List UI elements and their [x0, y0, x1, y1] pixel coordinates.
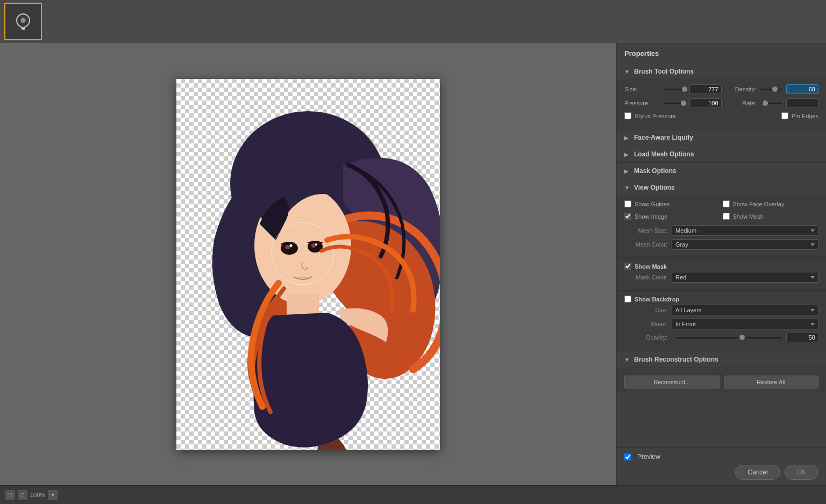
svg-point-9	[315, 243, 317, 246]
opacity-slider-thumb[interactable]	[739, 335, 745, 340]
show-image-checkbox[interactable]	[624, 213, 631, 220]
mesh-size-row: Mesh Size: Small Medium Large	[624, 225, 818, 236]
ok-button[interactable]: OK	[785, 465, 818, 480]
view-options-content: Show Guides Show Face Overlay Show Image	[617, 196, 826, 258]
show-backdrop-section: Show Backdrop Use: All Layers Current La…	[617, 291, 826, 351]
size-input[interactable]	[689, 84, 722, 94]
pin-edges-label: Pin Edges	[792, 113, 818, 119]
brush-reconstruct-title: Brush Reconstruct Options	[634, 356, 718, 363]
show-backdrop-row: Show Backdrop	[624, 296, 818, 303]
pressure-input[interactable]	[689, 98, 722, 108]
preview-row: Preview	[624, 453, 818, 460]
show-guides-checkbox[interactable]	[624, 200, 631, 207]
brush-tool-options-header[interactable]: Brush Tool Options	[617, 63, 826, 80]
mask-color-label: Mask Color:	[624, 274, 667, 280]
backdrop-use-row: Use: All Layers Current Layer	[624, 305, 818, 315]
load-mesh-header[interactable]: Load Mesh Options	[617, 146, 826, 163]
guides-face-overlay-row: Show Guides Show Face Overlay	[624, 200, 818, 210]
show-backdrop-checkbox[interactable]	[624, 296, 631, 303]
backdrop-mode-row: Mode: In Front Behind Blend	[624, 319, 818, 329]
mesh-color-row: Mesh Color: Red Green Blue Gray	[624, 239, 818, 250]
show-image-label: Show Image	[635, 213, 667, 220]
show-mask-row: Show Mask	[624, 263, 818, 270]
mesh-size-select[interactable]: Small Medium Large	[672, 225, 818, 236]
rate-slider[interactable]	[761, 103, 782, 104]
tool-icon-box[interactable]	[4, 3, 42, 40]
rate-slider-thumb[interactable]	[763, 100, 768, 106]
properties-panel: Properties Brush Tool Options Size: Dens…	[616, 43, 826, 485]
show-face-overlay-checkbox[interactable]	[723, 200, 730, 207]
preview-label: Preview	[637, 453, 660, 460]
pin-edges-row: Pin Edges	[723, 112, 819, 119]
mask-options-title: Mask Options	[634, 167, 677, 175]
show-mask-label: Show Mask	[635, 263, 667, 270]
svg-point-7	[311, 243, 316, 248]
brush-reconstruct-header[interactable]: Brush Reconstruct Options	[617, 351, 826, 368]
show-mesh-row: Show Mesh	[723, 213, 819, 220]
show-backdrop-label: Show Backdrop	[635, 296, 679, 303]
restore-all-button[interactable]: Restore All	[724, 376, 819, 388]
brush-tool-options-arrow	[624, 68, 631, 75]
reconstruct-button[interactable]: Reconstruct...	[624, 376, 720, 388]
size-slider[interactable]	[664, 89, 685, 90]
mask-options-header[interactable]: Mask Options	[617, 163, 826, 179]
view-options-header[interactable]: View Options	[617, 179, 826, 196]
opacity-input[interactable]	[786, 333, 818, 342]
image-mesh-row: Show Image Show Mesh	[624, 213, 818, 222]
backdrop-mode-label: Mode:	[624, 321, 667, 327]
rate-label: Rate:	[727, 100, 757, 106]
face-aware-title: Face-Aware Liquify	[634, 134, 693, 141]
view-options-arrow	[624, 184, 631, 191]
rate-input[interactable]	[786, 98, 818, 108]
main-content: Properties Brush Tool Options Size: Dens…	[0, 43, 826, 485]
view-options-title: View Options	[634, 184, 675, 191]
brush-tool-options-content: Size: Density: Pressure:	[617, 80, 826, 129]
show-mask-section: Show Mask Mask Color: Red Green Blue Gra…	[617, 258, 826, 291]
mesh-color-select[interactable]: Red Green Blue Gray	[672, 239, 818, 250]
face-aware-header[interactable]: Face-Aware Liquify	[617, 129, 826, 146]
density-slider[interactable]	[761, 89, 782, 90]
size-slider-thumb[interactable]	[682, 87, 687, 92]
canvas-area[interactable]	[0, 43, 616, 485]
stylus-pressure-checkbox[interactable]	[624, 112, 631, 119]
size-label: Size:	[624, 86, 659, 92]
show-face-overlay-row: Show Face Overlay	[723, 200, 819, 207]
show-mesh-checkbox[interactable]	[723, 213, 730, 220]
mask-color-select[interactable]: Red Green Blue Gray	[672, 272, 818, 283]
zoom-dropdown-icon[interactable]: ▾	[48, 490, 58, 500]
mesh-size-label: Mesh Size:	[624, 227, 667, 234]
density-slider-thumb[interactable]	[772, 87, 778, 92]
liquify-tool-icon	[13, 12, 33, 31]
opacity-slider[interactable]	[676, 337, 782, 339]
backdrop-mode-select[interactable]: In Front Behind Blend	[672, 319, 818, 329]
cancel-button[interactable]: Cancel	[735, 465, 780, 480]
show-guides-label: Show Guides	[635, 201, 670, 207]
density-label: Density:	[727, 86, 757, 92]
show-guides-row: Show Guides	[624, 200, 721, 207]
show-mesh-label: Show Mesh	[733, 213, 764, 220]
density-input[interactable]	[786, 84, 818, 94]
zoom-in-icon[interactable]: □	[18, 490, 27, 500]
pin-edges-checkbox[interactable]	[781, 112, 788, 119]
backdrop-opacity-row: Opacity:	[624, 333, 818, 342]
brush-reconstruct-arrow	[624, 356, 631, 363]
backdrop-use-label: Use:	[624, 307, 667, 313]
pressure-slider-thumb[interactable]	[681, 100, 686, 106]
pressure-slider[interactable]	[664, 103, 685, 104]
show-mask-checkbox[interactable]	[624, 263, 631, 270]
stylus-pressure-row: Stylus Pressure	[624, 112, 721, 119]
preview-checkbox[interactable]	[624, 453, 631, 460]
backdrop-use-select[interactable]: All Layers Current Layer	[672, 305, 818, 315]
show-face-overlay-label: Show Face Overlay	[733, 201, 785, 207]
stylus-pressure-label: Stylus Pressure	[635, 113, 676, 119]
mask-options-arrow	[624, 168, 631, 174]
svg-point-8	[290, 244, 293, 247]
artwork-illustration	[176, 79, 440, 450]
pressure-rate-row: Pressure: Rate:	[624, 98, 818, 108]
bottom-bar: □ □ 100% ▾	[0, 485, 826, 504]
panel-footer: Preview Cancel OK	[617, 447, 826, 485]
zoom-out-icon[interactable]: □	[5, 490, 15, 500]
stylus-pinedges-row: Stylus Pressure Pin Edges	[624, 112, 818, 121]
footer-buttons: Cancel OK	[624, 465, 818, 480]
show-image-row: Show Image	[624, 213, 721, 220]
